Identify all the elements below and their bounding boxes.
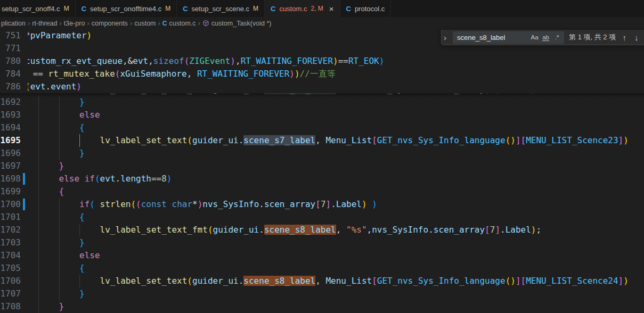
code-line: 1705 { [0, 262, 644, 275]
line-number[interactable]: 1699 [0, 185, 21, 198]
next-match-icon[interactable]: ↓ [633, 33, 640, 42]
previous-match-icon[interactable]: ↑ [621, 33, 628, 42]
code-token: ] [618, 276, 624, 286]
code-text[interactable]: lv_label_set_text_fmt(guider_ui.scene_s8… [38, 224, 541, 236]
breadcrumb-label: custom.c [169, 20, 196, 27]
line-number[interactable]: 1702 [0, 224, 21, 236]
code-token: [ [521, 276, 526, 286]
code-text[interactable]: else if(evt.length==8) [38, 172, 172, 185]
line-number: 780 [0, 55, 21, 68]
tab-modified-badge: M [64, 5, 69, 12]
breadcrumb-separator-icon: › [28, 19, 30, 27]
line-number[interactable]: 1692 [0, 96, 21, 109]
code-text[interactable]: } [38, 96, 85, 109]
code-token: ] [516, 135, 521, 145]
code-token: ) [379, 56, 385, 66]
code-token: pvParameter [30, 30, 87, 40]
code-text[interactable]: } [38, 236, 85, 249]
tab-setup_scr_scene.c[interactable]: Csetup_scr_scene.cM [177, 0, 265, 17]
code-token: ) [333, 56, 338, 66]
line-number[interactable]: 1705 [0, 262, 21, 275]
tab-custom.c[interactable]: Ccustom.c2, M× [265, 0, 340, 17]
c-file-icon: C [81, 5, 86, 13]
code-token: sizeof [153, 56, 184, 66]
code-token: scene_s7_label [243, 135, 315, 145]
line-number[interactable]: 1693 [0, 109, 21, 121]
breadcrumb-item-t3e-pro[interactable]: t3e-pro [64, 20, 85, 27]
code-text[interactable]: } [38, 300, 64, 313]
regex-icon[interactable]: .* [551, 32, 563, 43]
code-line: 1703 } [0, 236, 644, 249]
code-text[interactable]: else [38, 249, 100, 262]
tab-protocol.c[interactable]: Cprotocol.c [340, 0, 392, 17]
code-token: . [259, 199, 264, 209]
line-number[interactable]: 1696 [0, 147, 21, 160]
code-token [38, 161, 59, 171]
code-text[interactable]: { [38, 185, 64, 198]
line-number[interactable]: 1700 [0, 198, 21, 211]
sticky-line[interactable]: 784 == rt_mutex_take(xGuiSemaphore, RT_W… [0, 68, 644, 80]
code-text[interactable]: } [38, 160, 64, 172]
code-token: , [367, 93, 372, 94]
line-number[interactable]: 1707 [0, 287, 21, 300]
code-text[interactable]: else [38, 109, 100, 121]
line-number[interactable]: 1695 [0, 134, 21, 147]
code-token: ( [208, 93, 213, 94]
breadcrumb-item-rt-thread[interactable]: rt-thread [32, 20, 57, 27]
breadcrumb-item-plication[interactable]: plication [1, 20, 26, 27]
code-token: * [192, 199, 198, 209]
line-number[interactable]: 1698 [0, 172, 21, 185]
code-token: == [28, 69, 48, 79]
tab-setup_scr_onoff4.c[interactable]: setup_scr_onoff4.cM [0, 0, 76, 17]
line-number[interactable]: 1694 [0, 121, 21, 134]
breadcrumb-separator-icon: › [59, 19, 61, 27]
code-token: lv_label_set_text [100, 276, 188, 286]
symbol-method-icon [202, 20, 209, 27]
code-token [38, 148, 79, 158]
breadcrumb-label: custom [134, 20, 156, 27]
code-text[interactable]: } [38, 147, 85, 160]
code-token: 7 [490, 225, 495, 235]
breadcrumb-item-custom_Task(void *)[interactable]: custom_Task(void *) [202, 20, 272, 27]
code-token: ) [87, 30, 92, 40]
sticky-line[interactable]: 780custom_rx_evt_queue,&evt,sizeof(ZIGEv… [0, 55, 644, 68]
code-token: [ [372, 135, 377, 145]
toggle-replace-chevron-icon[interactable]: › [444, 33, 448, 42]
tab-setup_scr_onofftime4.c[interactable]: Csetup_scr_onofftime4.cM [76, 0, 177, 17]
line-number[interactable]: 1697 [0, 160, 21, 172]
code-editor[interactable]: 1691 lv_label_set_text_fmt(guider_ui.sce… [0, 29, 644, 313]
code-text[interactable]: { [38, 211, 85, 224]
find-input[interactable] [457, 34, 529, 42]
whole-word-icon[interactable]: ab [540, 32, 551, 43]
code-token: ( [115, 69, 120, 79]
code-token: , [336, 225, 346, 235]
code-token: } [59, 161, 64, 171]
line-number[interactable]: 1701 [0, 211, 21, 224]
line-number[interactable]: 1706 [0, 275, 21, 287]
code-token: Menu_List [325, 276, 372, 286]
code-line: 1697 } [0, 160, 644, 172]
code-text[interactable]: if( strlen((const char*)nvs_SysInfo.scen… [38, 198, 377, 211]
sticky-line[interactable]: 786(evt.event) [0, 80, 644, 93]
breadcrumb-item-components[interactable]: components [92, 20, 128, 27]
code-text[interactable]: { [38, 121, 85, 134]
line-number[interactable]: 1704 [0, 249, 21, 262]
code-token: . [259, 225, 264, 235]
code-token: ( [95, 174, 100, 184]
match-case-icon[interactable]: Aa [529, 32, 540, 43]
line-number[interactable]: 1703 [0, 236, 21, 249]
line-number[interactable]: 1708 [0, 300, 21, 313]
code-area[interactable]: 1691 lv_label_set_text_fmt(guider_ui.sce… [0, 93, 644, 313]
code-token: rt_mutex_take [48, 69, 115, 79]
code-text[interactable]: } [38, 287, 85, 300]
code-token: , [187, 69, 197, 79]
code-text[interactable]: { [38, 262, 85, 275]
line-number: 784 [0, 68, 21, 80]
breadcrumb-item-custom.c[interactable]: Ccustom.c [162, 20, 196, 27]
code-token: GET_nvs_Sys_Info_language [377, 135, 506, 145]
code-text[interactable]: lv_label_set_text(guider_ui.scene_s7_lab… [38, 134, 629, 147]
code-token: "%s" [346, 93, 367, 94]
close-icon[interactable]: × [329, 4, 334, 13]
code-text[interactable]: lv_label_set_text(guider_ui.scene_s8_lab… [38, 275, 629, 287]
breadcrumb-item-custom[interactable]: custom [134, 20, 156, 27]
